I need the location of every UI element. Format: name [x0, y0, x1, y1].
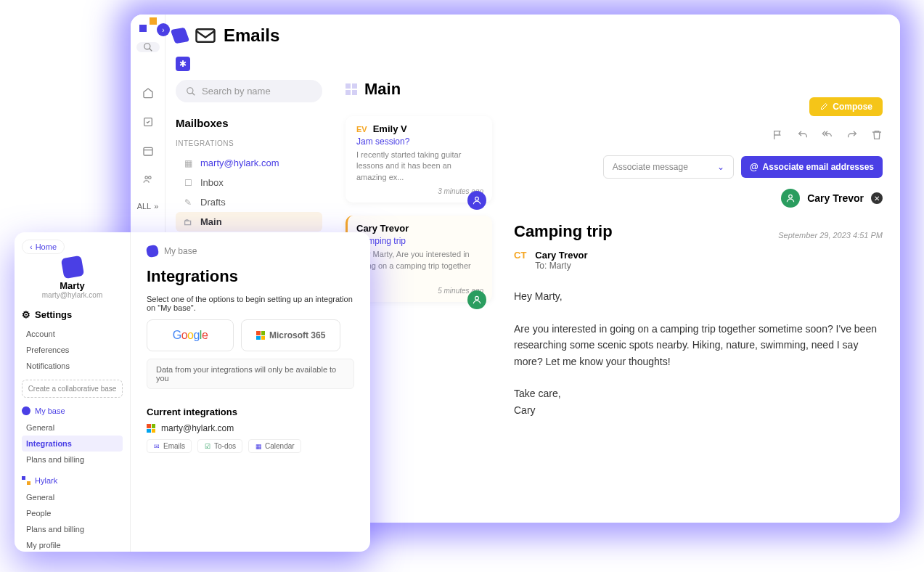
message-actions [514, 129, 883, 141]
svg-point-0 [144, 44, 150, 49]
tag-emails: ✉Emails [147, 439, 192, 453]
associate-dropdown[interactable]: Associate message ⌄ [603, 155, 734, 179]
message-subject: Jam session? [356, 136, 483, 147]
folder-title: Main [364, 80, 401, 99]
bird-icon [171, 28, 190, 44]
tag-todos: ☑To-dos [197, 439, 242, 453]
nav-notifications[interactable]: Notifications [22, 358, 123, 374]
settings-main: My base Integrations Select one of the o… [131, 232, 370, 552]
grid-icon: ▦ [183, 158, 193, 168]
at-icon: @ [750, 162, 759, 172]
svg-point-11 [475, 297, 479, 301]
google-integration-button[interactable]: Google [147, 319, 234, 351]
nav-plans-hylark[interactable]: Plans and billing [22, 521, 123, 537]
message-body: Hey Marty, Are you interested in going o… [514, 288, 883, 418]
pencil-icon: ✎ [183, 197, 193, 208]
svg-line-9 [192, 92, 195, 95]
search-icon[interactable] [136, 42, 160, 52]
google-logo-icon: Google [173, 329, 208, 342]
current-integrations-heading: Current integrations [147, 406, 354, 417]
contact-name: Cary Trevor [807, 192, 864, 204]
svg-point-6 [148, 176, 151, 179]
settings-heading: ⚙ Settings [22, 309, 123, 320]
microsoft-integration-button[interactable]: Microsoft 365 [241, 319, 340, 351]
integrations-label: INTEGRATIONS [176, 139, 322, 147]
svg-point-5 [144, 176, 147, 179]
nav-profile[interactable]: My profile [22, 537, 123, 552]
logo-icon [22, 476, 30, 485]
folder-inbox[interactable]: ☐ Inbox [176, 173, 322, 192]
grid-icon [346, 83, 357, 95]
sender-initials: EV [356, 125, 367, 134]
nav-account[interactable]: Account [22, 326, 123, 342]
current-integration-item[interactable]: marty@hylark.com [147, 423, 354, 433]
settings-window: ‹ Home Marty marty@hylark.com ⚙ Settings… [15, 232, 370, 552]
folder-icon: 🗀 [183, 217, 193, 227]
page-title: Integrations [147, 267, 354, 286]
svg-point-10 [475, 197, 479, 201]
message-preview: Hey Marty, Are you interested in going o… [356, 249, 483, 282]
page-title: Emails [173, 25, 322, 46]
nav-plans-base[interactable]: Plans and billing [22, 452, 123, 467]
people-icon[interactable] [136, 174, 160, 184]
svg-point-8 [187, 87, 193, 93]
forward-icon[interactable] [846, 129, 858, 141]
avatar-icon [467, 191, 486, 210]
home-button[interactable]: ‹ Home [22, 240, 65, 254]
avatar-icon [467, 290, 486, 309]
microsoft-logo-icon [147, 424, 155, 433]
sender-name: Emily V [373, 123, 407, 134]
compose-button[interactable]: Compose [809, 97, 883, 116]
nav-general-hylark[interactable]: General [22, 489, 123, 505]
avatar-icon [781, 189, 800, 208]
chevron-left-icon: ‹ [30, 242, 33, 251]
associate-button[interactable]: @ Associate email addresses [741, 156, 883, 178]
user-name: Marty [22, 280, 123, 291]
settings-sidebar: ‹ Home Marty marty@hylark.com ⚙ Settings… [15, 232, 131, 552]
nav-general-base[interactable]: General [22, 420, 123, 436]
chevron-right-icon: » [154, 202, 158, 211]
all-filter[interactable]: ALL» [137, 202, 159, 211]
mybase-heading: My base [22, 406, 123, 415]
reply-icon[interactable] [797, 129, 809, 141]
svg-rect-3 [144, 147, 152, 155]
account-email-item[interactable]: ▦ marty@hylark.com [176, 153, 322, 173]
nav-preferences[interactable]: Preferences [22, 342, 123, 358]
reply-all-icon[interactable] [822, 129, 833, 141]
microsoft-logo-icon [256, 331, 265, 340]
expand-rail-icon[interactable]: › [157, 23, 170, 36]
create-collab-button[interactable]: Create a collaborative base [22, 380, 123, 398]
sender-initials: CT [514, 250, 526, 271]
message-time: 5 minutes ago [356, 287, 483, 295]
folder-drafts[interactable]: ✎ Drafts [176, 192, 322, 212]
search-input[interactable]: Search by name [176, 80, 322, 102]
message-detail: Compose Associate message ⌄ @ Associate … [492, 15, 900, 523]
folder-main[interactable]: 🗀 Main [176, 212, 322, 232]
svg-line-1 [149, 49, 152, 52]
svg-rect-7 [197, 29, 215, 42]
mailboxes-heading: Mailboxes [176, 117, 322, 129]
flag-icon[interactable] [772, 129, 784, 141]
gear-icon: ⚙ [22, 309, 30, 320]
expand-chip-icon[interactable]: ✱ [176, 57, 190, 71]
message-preview: I recently started taking guitar lessons… [356, 150, 483, 183]
calendar-icon: ▦ [255, 443, 262, 450]
contact-chip: Cary Trevor ✕ [781, 189, 883, 208]
home-icon[interactable] [136, 87, 160, 99]
tasks-icon[interactable] [136, 116, 160, 128]
privacy-note: Data from your integrations will only be… [147, 359, 354, 389]
breadcrumb: My base [147, 245, 354, 257]
envelope-icon: ✉ [153, 443, 160, 450]
nav-integrations[interactable]: Integrations [22, 436, 123, 452]
message-time: 3 minutes ago [356, 187, 483, 195]
trash-icon[interactable] [871, 129, 883, 141]
check-icon: ☑ [204, 443, 211, 450]
bird-icon [146, 245, 160, 258]
message-item[interactable]: EV Emily V Jam session? I recently start… [346, 116, 492, 203]
remove-chip-icon[interactable]: ✕ [871, 192, 883, 204]
calendar-icon[interactable] [136, 145, 160, 157]
bird-icon [21, 406, 31, 416]
user-avatar-icon [60, 256, 83, 279]
inbox-icon: ☐ [183, 178, 193, 188]
nav-people[interactable]: People [22, 505, 123, 521]
